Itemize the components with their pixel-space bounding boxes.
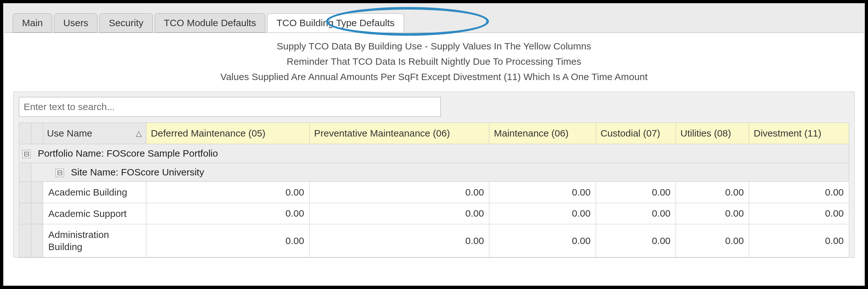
col-header-use-name-label: Use Name bbox=[47, 128, 92, 138]
group-site-label: Site Name: FOScore University bbox=[71, 167, 204, 177]
col-header-maintenance[interactable]: Maintenance (06) bbox=[489, 123, 596, 144]
administration-window: Main Users Security TCO Module Defaults … bbox=[0, 0, 868, 289]
data-grid: Use Name △ Deferred Maintenance (05) Pre… bbox=[19, 122, 849, 257]
row-handle bbox=[19, 224, 31, 257]
tab-strip: Main Users Security TCO Module Defaults … bbox=[3, 3, 865, 33]
tab-main[interactable]: Main bbox=[13, 13, 52, 33]
col-header-utilities[interactable]: Utilities (08) bbox=[676, 123, 749, 144]
col-header-deferred-maintenance[interactable]: Deferred Maintenance (05) bbox=[146, 123, 310, 144]
cell-divestment[interactable]: 0.00 bbox=[749, 224, 849, 257]
row-handle bbox=[19, 163, 31, 182]
collapse-icon[interactable]: ⊟ bbox=[56, 169, 64, 177]
row-handle-header-2 bbox=[31, 123, 43, 144]
cell-utilities[interactable]: 0.00 bbox=[676, 182, 749, 203]
instruction-line-2: Reminder That TCO Data Is Rebuilt Nightl… bbox=[11, 54, 857, 69]
use-name-cell: Academic Building bbox=[48, 186, 141, 198]
cell-utilities[interactable]: 0.00 bbox=[676, 203, 749, 224]
grid-panel: Use Name △ Deferred Maintenance (05) Pre… bbox=[13, 92, 855, 258]
cell-preventative[interactable]: 0.00 bbox=[309, 224, 489, 257]
cell-custodial[interactable]: 0.00 bbox=[596, 182, 676, 203]
group-row-portfolio: ⊟ Portfolio Name: FOScore Sample Portfol… bbox=[19, 144, 849, 163]
cell-preventative[interactable]: 0.00 bbox=[309, 182, 489, 203]
search-wrap bbox=[19, 97, 849, 117]
tab-security[interactable]: Security bbox=[99, 13, 152, 33]
row-handle-2 bbox=[31, 224, 43, 257]
col-header-preventative-maintenance[interactable]: Preventative Mainteanance (06) bbox=[309, 123, 489, 144]
sort-ascending-icon[interactable]: △ bbox=[136, 129, 142, 138]
use-name-cell: Academic Support bbox=[48, 208, 141, 220]
col-header-divestment[interactable]: Divestment (11) bbox=[749, 123, 849, 144]
group-portfolio-label: Portfolio Name: FOScore Sample Portfolio bbox=[38, 148, 218, 158]
cell-custodial[interactable]: 0.00 bbox=[596, 203, 676, 224]
cell-deferred[interactable]: 0.00 bbox=[146, 224, 310, 257]
cell-custodial[interactable]: 0.00 bbox=[596, 224, 676, 257]
cell-divestment[interactable]: 0.00 bbox=[749, 203, 849, 224]
row-handle bbox=[19, 182, 31, 203]
table-row[interactable]: Administration Building 0.00 0.00 0.00 0… bbox=[19, 224, 849, 257]
cell-maintenance[interactable]: 0.00 bbox=[489, 182, 596, 203]
cell-utilities[interactable]: 0.00 bbox=[676, 224, 749, 257]
cell-deferred[interactable]: 0.00 bbox=[146, 203, 310, 224]
tab-tco-module-defaults[interactable]: TCO Module Defaults bbox=[155, 13, 265, 33]
table-row[interactable]: Academic Support 0.00 0.00 0.00 0.00 0.0… bbox=[19, 203, 849, 224]
row-handle-2 bbox=[31, 203, 43, 224]
row-handle-header bbox=[19, 123, 31, 144]
search-input[interactable] bbox=[19, 97, 441, 117]
instruction-line-1: Supply TCO Data By Building Use - Supply… bbox=[11, 39, 857, 54]
tab-tco-building-type-defaults[interactable]: TCO Building Type Defaults bbox=[267, 13, 404, 33]
cell-deferred[interactable]: 0.00 bbox=[146, 182, 310, 203]
cell-maintenance[interactable]: 0.00 bbox=[489, 224, 596, 257]
instruction-line-3: Values Supplied Are Annual Amounts Per S… bbox=[11, 69, 857, 84]
collapse-icon[interactable]: ⊟ bbox=[22, 150, 31, 158]
header-row: Use Name △ Deferred Maintenance (05) Pre… bbox=[19, 123, 849, 144]
cell-preventative[interactable]: 0.00 bbox=[309, 203, 489, 224]
row-handle-2 bbox=[31, 182, 43, 203]
col-header-custodial[interactable]: Custodial (07) bbox=[596, 123, 676, 144]
table-row[interactable]: Academic Building 0.00 0.00 0.00 0.00 0.… bbox=[19, 182, 849, 203]
col-header-use-name[interactable]: Use Name △ bbox=[43, 123, 146, 144]
cell-maintenance[interactable]: 0.00 bbox=[489, 203, 596, 224]
tab-content: Supply TCO Data By Building Use - Supply… bbox=[4, 33, 864, 285]
instructions-block: Supply TCO Data By Building Use - Supply… bbox=[4, 33, 864, 92]
use-name-cell: Administration Building bbox=[48, 229, 141, 253]
row-handle bbox=[19, 203, 31, 224]
cell-divestment[interactable]: 0.00 bbox=[749, 182, 849, 203]
tab-users[interactable]: Users bbox=[54, 13, 97, 33]
group-row-site: ⊟ Site Name: FOScore University bbox=[19, 163, 849, 182]
